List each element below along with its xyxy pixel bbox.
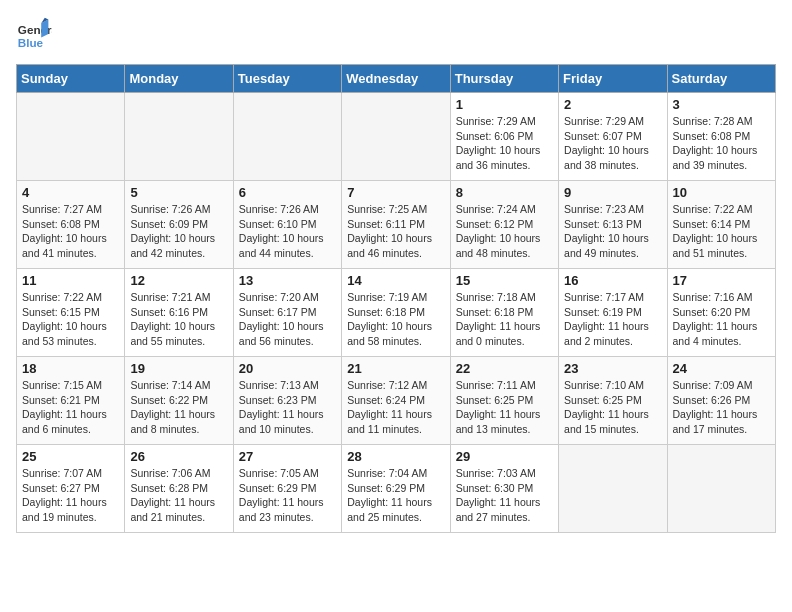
- day-info: Sunrise: 7:29 AM Sunset: 6:07 PM Dayligh…: [564, 114, 661, 173]
- day-info: Sunrise: 7:09 AM Sunset: 6:26 PM Dayligh…: [673, 378, 770, 437]
- calendar-cell: 18Sunrise: 7:15 AM Sunset: 6:21 PM Dayli…: [17, 357, 125, 445]
- day-info: Sunrise: 7:07 AM Sunset: 6:27 PM Dayligh…: [22, 466, 119, 525]
- day-number: 10: [673, 185, 770, 200]
- day-number: 6: [239, 185, 336, 200]
- day-number: 11: [22, 273, 119, 288]
- logo: General Blue: [16, 16, 52, 52]
- day-number: 1: [456, 97, 553, 112]
- calendar-cell: 27Sunrise: 7:05 AM Sunset: 6:29 PM Dayli…: [233, 445, 341, 533]
- calendar-cell: 1Sunrise: 7:29 AM Sunset: 6:06 PM Daylig…: [450, 93, 558, 181]
- day-number: 28: [347, 449, 444, 464]
- day-info: Sunrise: 7:26 AM Sunset: 6:09 PM Dayligh…: [130, 202, 227, 261]
- day-number: 27: [239, 449, 336, 464]
- day-number: 3: [673, 97, 770, 112]
- day-info: Sunrise: 7:17 AM Sunset: 6:19 PM Dayligh…: [564, 290, 661, 349]
- day-info: Sunrise: 7:22 AM Sunset: 6:15 PM Dayligh…: [22, 290, 119, 349]
- day-number: 22: [456, 361, 553, 376]
- day-number: 29: [456, 449, 553, 464]
- day-number: 13: [239, 273, 336, 288]
- day-number: 14: [347, 273, 444, 288]
- week-row-1: 1Sunrise: 7:29 AM Sunset: 6:06 PM Daylig…: [17, 93, 776, 181]
- week-row-3: 11Sunrise: 7:22 AM Sunset: 6:15 PM Dayli…: [17, 269, 776, 357]
- calendar-cell: 17Sunrise: 7:16 AM Sunset: 6:20 PM Dayli…: [667, 269, 775, 357]
- col-header-sunday: Sunday: [17, 65, 125, 93]
- day-number: 24: [673, 361, 770, 376]
- day-info: Sunrise: 7:20 AM Sunset: 6:17 PM Dayligh…: [239, 290, 336, 349]
- calendar-cell: 28Sunrise: 7:04 AM Sunset: 6:29 PM Dayli…: [342, 445, 450, 533]
- day-info: Sunrise: 7:21 AM Sunset: 6:16 PM Dayligh…: [130, 290, 227, 349]
- col-header-wednesday: Wednesday: [342, 65, 450, 93]
- day-number: 18: [22, 361, 119, 376]
- header-row: SundayMondayTuesdayWednesdayThursdayFrid…: [17, 65, 776, 93]
- calendar-cell: 12Sunrise: 7:21 AM Sunset: 6:16 PM Dayli…: [125, 269, 233, 357]
- day-info: Sunrise: 7:12 AM Sunset: 6:24 PM Dayligh…: [347, 378, 444, 437]
- day-info: Sunrise: 7:29 AM Sunset: 6:06 PM Dayligh…: [456, 114, 553, 173]
- svg-text:Blue: Blue: [18, 36, 44, 49]
- day-info: Sunrise: 7:25 AM Sunset: 6:11 PM Dayligh…: [347, 202, 444, 261]
- day-number: 20: [239, 361, 336, 376]
- calendar-cell: 13Sunrise: 7:20 AM Sunset: 6:17 PM Dayli…: [233, 269, 341, 357]
- day-info: Sunrise: 7:24 AM Sunset: 6:12 PM Dayligh…: [456, 202, 553, 261]
- day-info: Sunrise: 7:22 AM Sunset: 6:14 PM Dayligh…: [673, 202, 770, 261]
- day-info: Sunrise: 7:23 AM Sunset: 6:13 PM Dayligh…: [564, 202, 661, 261]
- day-number: 15: [456, 273, 553, 288]
- day-number: 2: [564, 97, 661, 112]
- calendar-cell: 8Sunrise: 7:24 AM Sunset: 6:12 PM Daylig…: [450, 181, 558, 269]
- calendar-cell: 29Sunrise: 7:03 AM Sunset: 6:30 PM Dayli…: [450, 445, 558, 533]
- day-info: Sunrise: 7:10 AM Sunset: 6:25 PM Dayligh…: [564, 378, 661, 437]
- day-number: 9: [564, 185, 661, 200]
- calendar-cell: [125, 93, 233, 181]
- calendar-cell: 7Sunrise: 7:25 AM Sunset: 6:11 PM Daylig…: [342, 181, 450, 269]
- calendar-cell: 4Sunrise: 7:27 AM Sunset: 6:08 PM Daylig…: [17, 181, 125, 269]
- day-number: 16: [564, 273, 661, 288]
- calendar-cell: 20Sunrise: 7:13 AM Sunset: 6:23 PM Dayli…: [233, 357, 341, 445]
- week-row-5: 25Sunrise: 7:07 AM Sunset: 6:27 PM Dayli…: [17, 445, 776, 533]
- col-header-thursday: Thursday: [450, 65, 558, 93]
- logo-icon: General Blue: [16, 16, 52, 52]
- day-number: 19: [130, 361, 227, 376]
- calendar-cell: 16Sunrise: 7:17 AM Sunset: 6:19 PM Dayli…: [559, 269, 667, 357]
- day-number: 21: [347, 361, 444, 376]
- calendar-cell: 24Sunrise: 7:09 AM Sunset: 6:26 PM Dayli…: [667, 357, 775, 445]
- day-info: Sunrise: 7:19 AM Sunset: 6:18 PM Dayligh…: [347, 290, 444, 349]
- calendar-cell: 26Sunrise: 7:06 AM Sunset: 6:28 PM Dayli…: [125, 445, 233, 533]
- calendar-cell: [17, 93, 125, 181]
- day-number: 4: [22, 185, 119, 200]
- day-number: 23: [564, 361, 661, 376]
- day-info: Sunrise: 7:26 AM Sunset: 6:10 PM Dayligh…: [239, 202, 336, 261]
- day-info: Sunrise: 7:03 AM Sunset: 6:30 PM Dayligh…: [456, 466, 553, 525]
- day-number: 17: [673, 273, 770, 288]
- col-header-monday: Monday: [125, 65, 233, 93]
- calendar-cell: 3Sunrise: 7:28 AM Sunset: 6:08 PM Daylig…: [667, 93, 775, 181]
- calendar-table: SundayMondayTuesdayWednesdayThursdayFrid…: [16, 64, 776, 533]
- calendar-cell: 11Sunrise: 7:22 AM Sunset: 6:15 PM Dayli…: [17, 269, 125, 357]
- day-info: Sunrise: 7:13 AM Sunset: 6:23 PM Dayligh…: [239, 378, 336, 437]
- calendar-cell: 6Sunrise: 7:26 AM Sunset: 6:10 PM Daylig…: [233, 181, 341, 269]
- day-number: 25: [22, 449, 119, 464]
- calendar-cell: 25Sunrise: 7:07 AM Sunset: 6:27 PM Dayli…: [17, 445, 125, 533]
- col-header-saturday: Saturday: [667, 65, 775, 93]
- calendar-cell: 15Sunrise: 7:18 AM Sunset: 6:18 PM Dayli…: [450, 269, 558, 357]
- calendar-cell: [342, 93, 450, 181]
- day-info: Sunrise: 7:27 AM Sunset: 6:08 PM Dayligh…: [22, 202, 119, 261]
- page-header: General Blue: [16, 16, 776, 52]
- calendar-cell: 22Sunrise: 7:11 AM Sunset: 6:25 PM Dayli…: [450, 357, 558, 445]
- week-row-4: 18Sunrise: 7:15 AM Sunset: 6:21 PM Dayli…: [17, 357, 776, 445]
- day-info: Sunrise: 7:18 AM Sunset: 6:18 PM Dayligh…: [456, 290, 553, 349]
- day-info: Sunrise: 7:04 AM Sunset: 6:29 PM Dayligh…: [347, 466, 444, 525]
- calendar-cell: 21Sunrise: 7:12 AM Sunset: 6:24 PM Dayli…: [342, 357, 450, 445]
- calendar-cell: 5Sunrise: 7:26 AM Sunset: 6:09 PM Daylig…: [125, 181, 233, 269]
- calendar-cell: [233, 93, 341, 181]
- calendar-cell: 9Sunrise: 7:23 AM Sunset: 6:13 PM Daylig…: [559, 181, 667, 269]
- calendar-cell: [559, 445, 667, 533]
- calendar-cell: 2Sunrise: 7:29 AM Sunset: 6:07 PM Daylig…: [559, 93, 667, 181]
- day-number: 5: [130, 185, 227, 200]
- col-header-tuesday: Tuesday: [233, 65, 341, 93]
- day-number: 7: [347, 185, 444, 200]
- col-header-friday: Friday: [559, 65, 667, 93]
- day-info: Sunrise: 7:06 AM Sunset: 6:28 PM Dayligh…: [130, 466, 227, 525]
- calendar-cell: 19Sunrise: 7:14 AM Sunset: 6:22 PM Dayli…: [125, 357, 233, 445]
- calendar-cell: 14Sunrise: 7:19 AM Sunset: 6:18 PM Dayli…: [342, 269, 450, 357]
- calendar-cell: 10Sunrise: 7:22 AM Sunset: 6:14 PM Dayli…: [667, 181, 775, 269]
- day-info: Sunrise: 7:16 AM Sunset: 6:20 PM Dayligh…: [673, 290, 770, 349]
